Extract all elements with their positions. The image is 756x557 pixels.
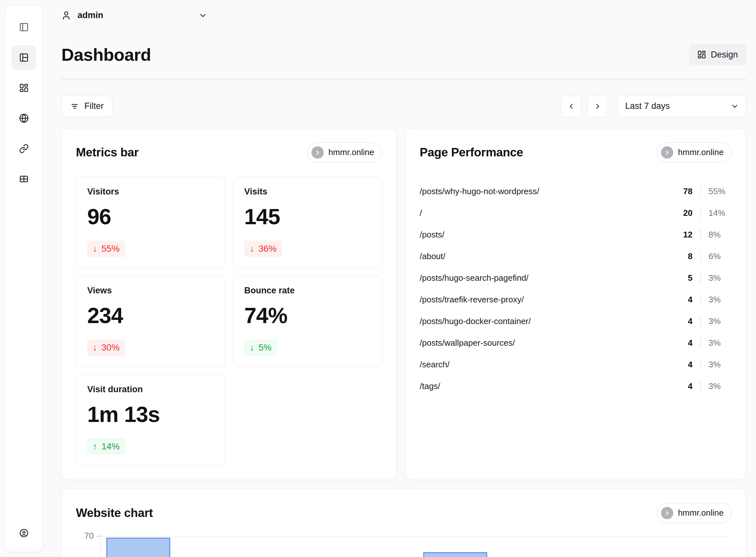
chevron-left-icon <box>567 102 575 111</box>
page-performance-title: Page Performance <box>420 146 523 159</box>
page-count: 12 <box>670 230 693 240</box>
metric-tiles: Visitors96↓55%Visits145↓36%Views234↓30%B… <box>76 177 382 466</box>
panel-left-split-icon <box>19 53 29 62</box>
sidebar-item-overview[interactable] <box>11 76 36 100</box>
chevron-right-icon <box>593 102 602 111</box>
page-title: Dashboard <box>61 45 151 65</box>
panel-left-icon <box>19 22 29 32</box>
row-divider <box>700 315 701 327</box>
metric-change-badge: ↓36% <box>244 241 282 257</box>
page-row[interactable]: /about/86% <box>420 245 732 267</box>
row-divider <box>700 207 701 219</box>
metric-change-badge: ↑14% <box>87 438 125 455</box>
circle-user-icon <box>19 529 28 538</box>
page-path: / <box>420 208 670 218</box>
sidebar <box>5 5 43 552</box>
metric-label: Views <box>87 286 214 296</box>
layout-dashboard-icon <box>697 50 706 59</box>
metric-change-badge: ↓5% <box>244 340 277 356</box>
page-percent: 3% <box>708 360 732 370</box>
chevron-down-icon <box>730 102 739 111</box>
filter-icon <box>70 102 79 111</box>
metric-change-value: 55% <box>101 244 120 254</box>
page-row[interactable]: /posts/wallpaper-sources/43% <box>420 332 732 354</box>
chevron-right-circle-icon <box>312 146 324 158</box>
site-badge[interactable]: hmmr.online <box>657 143 732 163</box>
site-badge-label: hmmr.online <box>328 147 374 157</box>
arrow-down-icon: ↓ <box>250 244 254 254</box>
metric-label: Bounce rate <box>244 286 371 296</box>
page-path: /tags/ <box>420 381 670 391</box>
page-count: 4 <box>670 381 693 391</box>
link-icon <box>19 144 29 153</box>
sidebar-item-links[interactable] <box>11 136 36 161</box>
y-axis-tick <box>96 536 101 537</box>
page-header: Dashboard Design <box>61 44 746 65</box>
chart-bar <box>106 538 170 557</box>
row-divider <box>700 229 701 240</box>
metric-label: Visit duration <box>87 384 214 394</box>
page-path: /posts/traefik-reverse-proxy/ <box>420 295 670 305</box>
page-performance-list: /posts/why-hugo-not-wordpress/7855%/2014… <box>420 181 732 397</box>
page-path: /search/ <box>420 360 670 370</box>
sidebar-item-websites[interactable] <box>11 106 36 130</box>
metric-change-value: 5% <box>258 343 271 353</box>
page-row[interactable]: /posts/hugo-search-pagefind/53% <box>420 267 732 289</box>
toolbar: Filter Last 7 days <box>61 96 746 117</box>
user-icon <box>61 11 71 20</box>
page-count: 5 <box>670 273 693 283</box>
website-chart: 70 <box>76 533 732 557</box>
row-divider <box>700 272 701 284</box>
metrics-card-title: Metrics bar <box>76 146 139 159</box>
page-row[interactable]: /posts/traefik-reverse-proxy/43% <box>420 289 732 311</box>
row-divider <box>700 337 701 349</box>
page-row[interactable]: /posts/hugo-docker-container/43% <box>420 311 732 332</box>
site-badge-label: hmmr.online <box>678 508 724 518</box>
row-divider <box>700 380 701 392</box>
sidebar-account-button[interactable] <box>11 521 36 546</box>
row-divider <box>700 294 701 305</box>
page-performance-header: Page Performance hmmr.online <box>420 143 732 163</box>
metric-tile: Visit duration1m 13s↑14% <box>76 375 225 466</box>
metric-change-value: 14% <box>101 441 120 452</box>
page-row[interactable]: /posts/why-hugo-not-wordpress/7855% <box>420 181 732 202</box>
arrow-down-icon: ↓ <box>93 343 97 353</box>
page-percent: 3% <box>708 316 732 326</box>
sidebar-toggle-button[interactable] <box>11 15 36 39</box>
user-menu-label: admin <box>78 10 104 20</box>
page-row[interactable]: /tags/43% <box>420 375 732 397</box>
filter-button[interactable]: Filter <box>61 96 112 117</box>
page-percent: 55% <box>708 186 732 197</box>
next-period-button[interactable] <box>587 96 608 117</box>
user-menu-button[interactable]: admin <box>61 10 207 20</box>
design-button[interactable]: Design <box>689 44 746 65</box>
site-badge-label: hmmr.online <box>678 147 724 157</box>
page-count: 4 <box>670 338 693 348</box>
page-row[interactable]: /search/43% <box>420 354 732 375</box>
metrics-bar-card: Metrics bar hmmr.online Visitors96↓55%Vi… <box>61 128 397 480</box>
page-row[interactable]: /posts/128% <box>420 224 732 245</box>
metrics-card-header: Metrics bar hmmr.online <box>76 143 382 163</box>
sidebar-item-dashboard[interactable] <box>11 45 36 70</box>
site-badge[interactable]: hmmr.online <box>657 503 732 523</box>
page-count: 4 <box>670 295 693 305</box>
page-percent: 3% <box>708 338 732 348</box>
page-count: 4 <box>670 316 693 326</box>
date-range-value: Last 7 days <box>625 101 670 111</box>
metric-value: 1m 13s <box>87 402 214 427</box>
layout-dashboard-icon <box>19 83 29 93</box>
date-range-select[interactable]: Last 7 days <box>617 96 746 117</box>
page-percent: 6% <box>708 252 732 261</box>
metric-label: Visits <box>244 187 371 197</box>
row-divider <box>700 251 701 262</box>
chevron-right-circle-icon <box>661 146 673 158</box>
page-row[interactable]: /2014% <box>420 202 732 224</box>
prev-period-button[interactable] <box>561 96 582 117</box>
table-icon <box>19 174 29 184</box>
metric-value: 96 <box>87 204 214 229</box>
site-badge[interactable]: hmmr.online <box>307 143 382 163</box>
website-chart-header: Website chart hmmr.online <box>76 503 732 523</box>
metric-tile: Bounce rate74%↓5% <box>233 275 382 367</box>
sidebar-item-tables[interactable] <box>11 167 36 191</box>
page-path: /posts/hugo-search-pagefind/ <box>420 273 670 283</box>
